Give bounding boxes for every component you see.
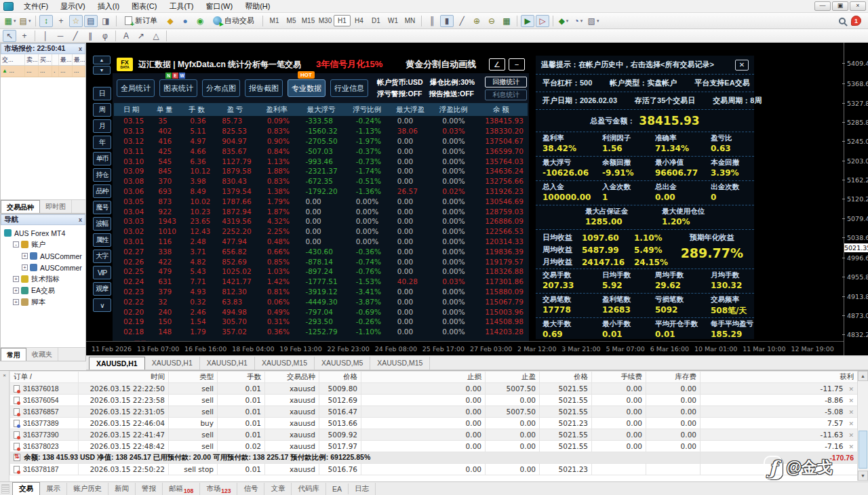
order-row[interactable]: 3163773902026.03.15 22:41:47sell0.01xauu… — [10, 429, 858, 441]
market-watch-cell-3[interactable]: . — [52, 66, 59, 77]
orders-col-10[interactable]: 库存费 — [646, 372, 701, 383]
scroll-down-icon[interactable]: ▼ — [858, 471, 868, 481]
chart-area[interactable]: ▲ ▼ 日周月年单币持仓品种魔号波幅属性大字VIP观摩∨ FX DATA 迈汇数… — [86, 43, 868, 355]
terminal-tab-邮箱[interactable]: 邮箱108 — [163, 483, 200, 495]
scroll-down-icon[interactable]: ▼ — [93, 66, 111, 75]
new-chart-icon[interactable]: ▦▾ — [3, 15, 17, 27]
timeframe-h1[interactable]: H1 — [334, 15, 351, 26]
favorites-icon[interactable]: ☆ — [69, 15, 83, 27]
stats-row[interactable]: 02.273383.71656.820.66%-430.60-0.36%0.00… — [114, 246, 528, 256]
tree-item-3[interactable]: +AUSCommer — [1, 262, 85, 273]
orders-col-2[interactable]: 类型 — [169, 372, 218, 383]
minimize-icon[interactable]: — — [814, 1, 831, 11]
tree-item-2[interactable]: +AUSCommer — [1, 250, 85, 262]
market-watch-icon[interactable]: ↕ — [39, 15, 53, 27]
terminal-scrollbar[interactable]: ▲ ▼ — [857, 371, 868, 481]
scrollbar-thumb[interactable] — [859, 431, 867, 469]
stats-side-tab-11[interactable]: VIP — [93, 266, 111, 279]
terminal-tab-文章[interactable]: 文章 — [264, 483, 292, 495]
expander-icon[interactable]: + — [13, 276, 19, 282]
notification-badge[interactable]: 1 — [851, 16, 861, 26]
stats-row[interactable]: 03.011162.48477.940.48%0.000.00%0.000.00… — [114, 237, 528, 247]
channel-icon[interactable]: ∥ — [83, 30, 97, 42]
orders-col-6[interactable]: 止损 — [361, 372, 486, 383]
indicators-icon[interactable]: ◆ — [163, 15, 177, 27]
fibonacci-icon[interactable]: φ — [98, 30, 112, 42]
dock-grip[interactable] — [1, 484, 9, 494]
hline-icon[interactable]: ─ — [54, 30, 67, 42]
market-watch-cell-2[interactable]: ... — [39, 66, 52, 77]
stats-row[interactable]: 02.264224.82852.690.85%-878.14-0.74%0.00… — [114, 256, 528, 266]
terminal-tab-日志[interactable]: 日志 — [349, 483, 376, 495]
market-watch-col-2[interactable]: 买... — [39, 54, 52, 65]
close-order-icon[interactable]: ✕ — [848, 432, 854, 439]
timeframe-m30[interactable]: M30 — [317, 15, 334, 26]
stats-side-tab-5[interactable]: 持仓 — [93, 168, 111, 182]
navigator-icon[interactable]: ▤ — [84, 15, 98, 27]
tab-常用[interactable]: 常用 — [1, 348, 26, 361]
terminal-tab-账户历史[interactable]: 账户历史 — [67, 483, 108, 495]
stats-side-tab-7[interactable]: 魔号 — [93, 201, 111, 214]
stats-side-tab-3[interactable]: 年 — [93, 136, 111, 149]
stats-side-tab-8[interactable]: 波幅 — [93, 217, 111, 231]
stats-side-tab-4[interactable]: 单币 — [93, 152, 111, 165]
tab-收藏夹[interactable]: 收藏夹 — [26, 348, 58, 361]
order-row[interactable]: 3163760542026.03.15 22:23:58sell0.01xauu… — [10, 395, 858, 406]
stats-side-tab-1[interactable]: 周 — [93, 103, 111, 117]
close-icon[interactable]: x — [79, 45, 82, 52]
zoom-in-icon[interactable]: ⊕ — [470, 15, 484, 27]
menu-item-1[interactable]: 显示(V) — [54, 0, 92, 13]
restore-icon[interactable]: ▣ — [832, 1, 848, 11]
menu-item-2[interactable]: 插入(I) — [92, 0, 125, 13]
stats-row[interactable]: 02.202402.46494.980.49%-797.04-0.69%0.00… — [114, 306, 528, 317]
cursor-icon[interactable]: ↖ — [3, 30, 16, 42]
timeframe-m5[interactable]: M5 — [283, 15, 300, 26]
stats-side-tab-9[interactable]: 属性 — [93, 233, 111, 247]
close-order-icon[interactable]: ✕ — [848, 409, 854, 416]
panel-minimize-button[interactable]: − — [509, 58, 525, 71]
menu-item-4[interactable]: 工具(T) — [163, 0, 199, 13]
menu-item-0[interactable]: 文件(F) — [18, 0, 54, 13]
stats-row[interactable]: 03.0492210.231872.941.87%0.000.00%0.000.… — [114, 206, 528, 216]
stats-row[interactable]: 03.0984510.121879.581.88%-2321.37-1.74%0… — [114, 166, 528, 176]
stats-tab-1[interactable]: 图表统计NEW — [159, 79, 197, 97]
crosshair-icon[interactable]: + — [18, 30, 31, 42]
chart-tab-1[interactable]: XAUUSD,H1 — [145, 357, 200, 370]
market-watch-col-3[interactable] — [52, 54, 59, 65]
orders-col-9[interactable]: 手续费 — [592, 372, 646, 383]
terminal-tab-展示[interactable]: 展示 — [40, 483, 67, 495]
expander-icon[interactable]: + — [22, 253, 28, 259]
market-watch-cell-0[interactable]: ▲ ... — [1, 66, 25, 77]
expander-icon[interactable]: - — [13, 241, 19, 248]
profiles-icon[interactable]: ▤▾ — [18, 15, 32, 27]
stats-row[interactable]: 03.105456.361127.791.13%-993.46-0.73%0.0… — [114, 156, 528, 166]
chart-tab-5[interactable]: XAUUSD,M15 — [370, 357, 430, 370]
stats-row[interactable]: 03.0587310.021787.661.79%0.000.00%0.000.… — [114, 196, 528, 206]
expander-icon[interactable]: + — [22, 264, 28, 271]
periods-icon[interactable]: ◔▾ — [572, 15, 585, 27]
stats-row[interactable]: 02.233794.93812.300.81%-3919.12-3.41%0.0… — [114, 287, 528, 297]
timeframe-w1[interactable]: W1 — [384, 15, 401, 26]
orders-col-7[interactable]: 止盈 — [486, 372, 540, 383]
trendline-icon[interactable]: ╱ — [68, 30, 82, 42]
stats-tab-4[interactable]: 专业数据HOT — [288, 79, 326, 97]
timeframe-m1[interactable]: M1 — [266, 15, 283, 26]
terminal-tab-警报[interactable]: 警报 — [136, 483, 163, 495]
close-icon[interactable]: × — [3, 372, 6, 378]
autotrade-button[interactable]: 自动交易 — [208, 14, 260, 27]
add-indicator-icon[interactable]: ◆▾ — [557, 15, 570, 27]
menu-item-3[interactable]: 图表(C) — [125, 0, 163, 13]
terminal-tab-代码库[interactable]: 代码库 — [292, 483, 326, 495]
zoom-out-icon[interactable]: ⊖ — [485, 15, 498, 27]
menu-item-5[interactable]: 窗口(W) — [199, 0, 239, 13]
stats-tab-2[interactable]: 分布点图 — [202, 79, 240, 97]
tree-item-5[interactable]: +EA交易 — [1, 285, 85, 296]
close-icon[interactable]: x — [79, 216, 82, 223]
chart-shift-icon[interactable]: ▷ — [536, 15, 549, 27]
timeframe-d1[interactable]: D1 — [368, 15, 384, 26]
tree-item-4[interactable]: +技术指标 — [1, 273, 85, 285]
tab-即时图[interactable]: 即时图 — [40, 200, 72, 213]
market-watch-cell-1[interactable]: ... — [25, 66, 39, 77]
close-order-icon[interactable]: ✕ — [848, 420, 854, 427]
scroll-up-icon[interactable]: ▲ — [93, 56, 111, 64]
